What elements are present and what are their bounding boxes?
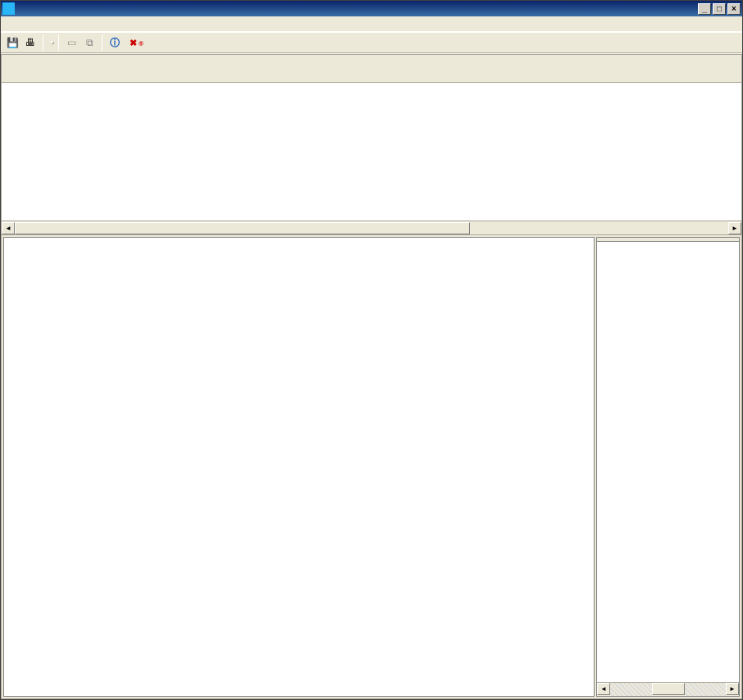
legend-panel: ◄ ► — [596, 237, 740, 697]
close-button[interactable]: × — [727, 3, 741, 15]
throughput-chart — [9, 249, 575, 614]
brand-logo: ✖® — [130, 38, 145, 48]
save-icon[interactable]: 💾 — [4, 34, 21, 51]
legend-scroll-left[interactable]: ◄ — [597, 683, 610, 695]
titlebar[interactable]: _ □ × — [1, 1, 742, 16]
maximize-button[interactable]: □ — [713, 3, 726, 15]
scroll-right-button[interactable]: ► — [728, 222, 741, 234]
help-icon[interactable]: ⓘ — [107, 34, 123, 51]
legend-body — [597, 242, 739, 682]
filter-bar — [51, 41, 54, 44]
minimize-button[interactable]: _ — [698, 3, 711, 15]
scroll-thumb[interactable] — [15, 222, 470, 234]
app-icon — [2, 2, 15, 15]
print-icon[interactable]: 🖶 — [22, 34, 39, 51]
legend-scroll-thumb[interactable] — [652, 683, 685, 695]
chart-panel — [3, 237, 595, 697]
legend-hscrollbar[interactable]: ◄ ► — [597, 682, 739, 696]
grid-hscrollbar[interactable]: ◄ ► — [2, 220, 741, 234]
menubar — [1, 16, 742, 32]
data-grid: ◄ ► — [1, 55, 742, 235]
legend-scroll-right[interactable]: ► — [726, 683, 739, 695]
scroll-left-button[interactable]: ◄ — [2, 222, 15, 234]
toolbar: 💾 🖶 ▭ ⧉ ⓘ ✖® — [1, 32, 742, 53]
copy-icon[interactable]: ⧉ — [81, 34, 98, 51]
window-icon[interactable]: ▭ — [63, 34, 80, 51]
